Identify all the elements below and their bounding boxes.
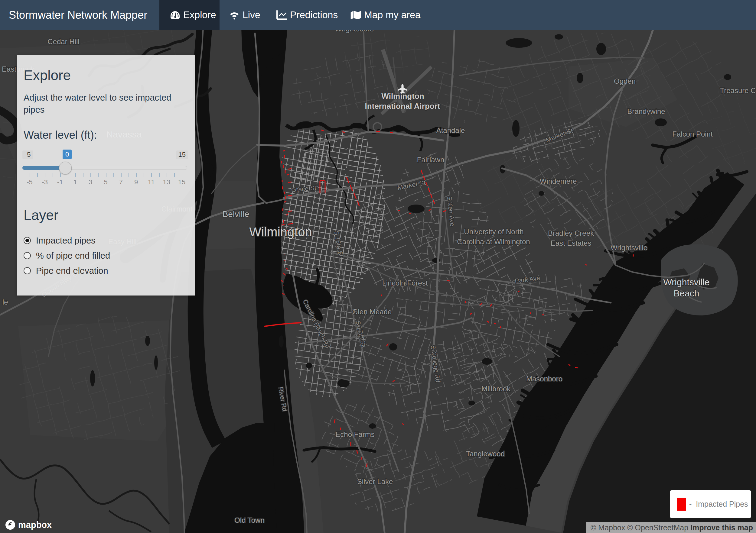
svg-text:Beach: Beach — [673, 288, 699, 298]
svg-text:Cedar Hill: Cedar Hill — [47, 38, 79, 46]
svg-text:Echo Farms: Echo Farms — [336, 430, 374, 439]
svg-text:Carolina at Wilmington: Carolina at Wilmington — [457, 238, 530, 246]
svg-text:Wilmington: Wilmington — [381, 91, 424, 101]
svg-text:Belville: Belville — [223, 209, 250, 219]
svg-text:le: le — [2, 298, 8, 306]
svg-text:Brandywine: Brandywine — [627, 107, 665, 115]
svg-text:Wilmington: Wilmington — [249, 225, 312, 239]
svg-text:Bradley Creek: Bradley Creek — [548, 229, 594, 237]
svg-text:Windemere: Windemere — [540, 177, 577, 185]
svg-text:International Airport: International Airport — [365, 102, 440, 111]
svg-text:Wrightsville: Wrightsville — [663, 277, 710, 287]
svg-text:Wrightsville: Wrightsville — [610, 243, 647, 252]
svg-text:Tanglewood: Tanglewood — [466, 450, 505, 458]
svg-text:mapbox: mapbox — [18, 520, 52, 530]
svg-text:Fairlawn: Fairlawn — [417, 156, 445, 164]
svg-text:Silver Lake: Silver Lake — [357, 477, 393, 486]
svg-text:Ogden: Ogden — [614, 77, 635, 85]
svg-text:Millbrook: Millbrook — [481, 385, 511, 393]
svg-text:Glen Meade: Glen Meade — [352, 308, 392, 316]
svg-text:Masonboro: Masonboro — [526, 375, 562, 383]
svg-text:Treasure C: Treasure C — [720, 87, 756, 94]
svg-text:Atandale: Atandale — [436, 126, 465, 135]
svg-text:Lincoln Forest: Lincoln Forest — [382, 279, 428, 287]
svg-text:University of North: University of North — [464, 228, 524, 236]
svg-text:Old Town: Old Town — [234, 516, 265, 524]
svg-text:Falcon Point: Falcon Point — [672, 130, 713, 138]
svg-text:East Estates: East Estates — [551, 239, 591, 247]
